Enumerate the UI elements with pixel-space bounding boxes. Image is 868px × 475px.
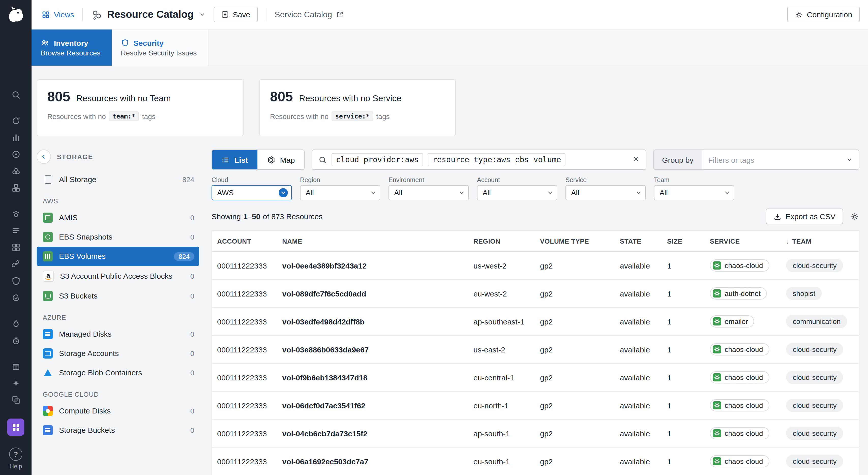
export-csv-button[interactable]: Export as CSV [766, 209, 843, 224]
table-row[interactable]: 000111222333vol-06dcf0d7ac3541f62eu-nort… [212, 392, 859, 420]
filter-environment-select[interactable]: All [389, 185, 469, 200]
table-row[interactable]: 000111222333vol-0f9b6eb1384347d18eu-cent… [212, 364, 859, 392]
clear-search-icon[interactable] [632, 155, 640, 165]
table-settings-gear-icon[interactable] [850, 212, 859, 221]
sidebar-item-storage-blob-containers[interactable]: Storage Blob Containers0 [37, 363, 199, 382]
profiling-icon[interactable] [7, 316, 24, 331]
tab-security[interactable]: Security Resolve Security Issues [112, 29, 209, 66]
resource-name-link[interactable]: vol-089dfc7f6c5cd0add [282, 289, 366, 298]
history-icon[interactable] [7, 113, 24, 128]
service-chip[interactable]: chaos-cloud [710, 455, 769, 467]
map-view-button[interactable]: Map [257, 150, 304, 169]
watchdog-icon[interactable] [7, 164, 24, 179]
help-section[interactable]: ? Help [9, 448, 22, 470]
team-chip[interactable]: cloud-security [786, 343, 843, 356]
sidebar-item-managed-disks[interactable]: Managed Disks0 [37, 324, 199, 344]
resource-name-link[interactable]: vol-0ee4e389bf3243a12 [282, 261, 367, 270]
save-button[interactable]: Save [214, 7, 258, 22]
filter-cloud-select[interactable]: AWS [212, 185, 292, 200]
column-header-account[interactable]: ACCOUNT [217, 237, 282, 245]
card-no-team[interactable]: 805 Resources with no Team Resources wit… [37, 79, 244, 136]
group-by-select[interactable]: Filters or tags [702, 150, 859, 169]
sidebar-item-compute-disks[interactable]: Compute Disks0 [37, 401, 199, 421]
software-delivery-icon[interactable] [7, 359, 24, 374]
service-chip[interactable]: auth-dotnet [710, 287, 767, 300]
table-row[interactable]: 000111222333vol-03edfe498d42dff8bap-sout… [212, 308, 859, 336]
resource-catalog-icon[interactable] [7, 419, 24, 436]
team-chip[interactable]: cloud-security [786, 371, 843, 384]
sidebar-item-s3-buckets[interactable]: S3 Buckets0 [37, 286, 199, 306]
card-no-service[interactable]: 805 Resources with no Service Resources … [259, 79, 456, 136]
search-icon[interactable] [7, 87, 24, 102]
service-chip[interactable]: chaos-cloud [710, 343, 769, 355]
team-chip[interactable]: cloud-security [786, 455, 843, 468]
sidebar-item-s3-account-public-access-blocks[interactable]: S3 Account Public Access Blocks0 [37, 266, 199, 286]
service-chip[interactable]: chaos-cloud [710, 259, 769, 272]
sidebar-item-ebs-volumes[interactable]: EBS Volumes824 [37, 247, 199, 266]
views-button[interactable]: Views [42, 10, 74, 19]
processes-icon[interactable] [7, 240, 24, 255]
column-header-state[interactable]: STATE [620, 237, 667, 245]
query-token-cloud-provider[interactable]: cloud_provider:aws [332, 153, 423, 166]
filter-service-select[interactable]: All [565, 185, 646, 200]
synthetics-icon[interactable] [7, 333, 24, 348]
list-view-button[interactable]: List [212, 150, 257, 169]
apm-icon[interactable] [7, 206, 24, 221]
resource-name-link[interactable]: vol-06dcf0d7ac3541f62 [282, 401, 365, 410]
logs-icon[interactable] [7, 223, 24, 238]
sidebar-item-all-storage[interactable]: All Storage824 [37, 170, 199, 189]
resource-name-link[interactable]: vol-03edfe498d42dff8b [282, 317, 364, 326]
filter-region-select[interactable]: All [300, 185, 380, 200]
query-token-resource-type[interactable]: resource_type:aws_ebs_volume [428, 153, 566, 166]
resource-name-link[interactable]: vol-0f9b6eb1384347d18 [282, 373, 367, 382]
service-chip[interactable]: emailer [710, 315, 754, 328]
sidebar-item-amis[interactable]: AMIS0 [37, 208, 199, 227]
tab-inventory[interactable]: Inventory Browse Resources [32, 29, 112, 66]
resource-name-link[interactable]: vol-04cb6cb7da73c15f2 [282, 429, 367, 438]
search-input[interactable]: cloud_provider:aws resource_type:aws_ebs… [312, 150, 646, 170]
team-chip[interactable]: cloud-security [786, 259, 843, 272]
llm-observability-icon[interactable] [7, 376, 24, 391]
group-by-button[interactable]: Group by [654, 150, 702, 169]
column-header-volume_type[interactable]: VOLUME TYPE [540, 237, 620, 245]
filter-team-select[interactable]: All [654, 185, 734, 200]
infrastructure-icon[interactable] [7, 181, 24, 195]
resource-name-link[interactable]: vol-06a1692ec503dc7a7 [282, 457, 368, 466]
service-catalog-link[interactable]: Service Catalog [275, 10, 344, 19]
team-chip[interactable]: cloud-security [786, 399, 843, 412]
workflows-icon[interactable] [7, 393, 24, 407]
catalog-title-group[interactable]: Resource Catalog [91, 9, 206, 20]
security-icon[interactable] [7, 274, 24, 288]
filter-account-select[interactable]: All [477, 185, 557, 200]
team-chip[interactable]: shopist [786, 287, 822, 300]
table-row[interactable]: 000111222333vol-03e886b0633da9e67us-east… [212, 336, 859, 364]
datadog-logo[interactable] [5, 4, 27, 26]
table-row[interactable]: 000111222333vol-06a1692ec503dc7a7eu-sout… [212, 448, 859, 475]
service-chip[interactable]: chaos-cloud [710, 371, 769, 383]
dashboards-icon[interactable] [7, 147, 24, 162]
service-chip[interactable]: chaos-cloud [710, 427, 769, 439]
team-chip[interactable]: communication [786, 315, 847, 328]
column-header-service[interactable]: SERVICE [710, 237, 786, 245]
aws-volume-icon [43, 251, 53, 261]
resource-name-link[interactable]: vol-03e886b0633da9e67 [282, 345, 369, 354]
column-header-name[interactable]: NAME [282, 237, 473, 245]
chevron-down-icon[interactable] [199, 11, 206, 18]
column-header-size[interactable]: SIZE [667, 237, 710, 245]
table-row[interactable]: 000111222333vol-04cb6cb7da73c15f2ap-sout… [212, 420, 859, 448]
sidebar-item-storage-accounts[interactable]: Storage Accounts0 [37, 344, 199, 363]
ci-icon[interactable] [7, 290, 24, 305]
sidebar-item-storage-buckets[interactable]: Storage Buckets0 [37, 421, 199, 440]
team-chip[interactable]: cloud-security [786, 427, 843, 440]
column-header-region[interactable]: REGION [473, 237, 540, 245]
configuration-button[interactable]: Configuration [787, 7, 860, 22]
column-header-team[interactable]: ↓TEAM [786, 237, 859, 245]
table-row[interactable]: 000111222333vol-089dfc7f6c5cd0addeu-west… [212, 280, 859, 308]
back-button[interactable] [37, 150, 51, 164]
service-map-icon[interactable] [7, 257, 24, 272]
metrics-icon[interactable] [7, 130, 24, 145]
sidebar-item-ebs-snapshots[interactable]: EBS Snapshots0 [37, 227, 199, 247]
service-chip[interactable]: chaos-cloud [710, 399, 769, 411]
table-row[interactable]: 000111222333vol-0ee4e389bf3243a12us-west… [212, 252, 859, 280]
help-icon[interactable]: ? [9, 448, 22, 461]
